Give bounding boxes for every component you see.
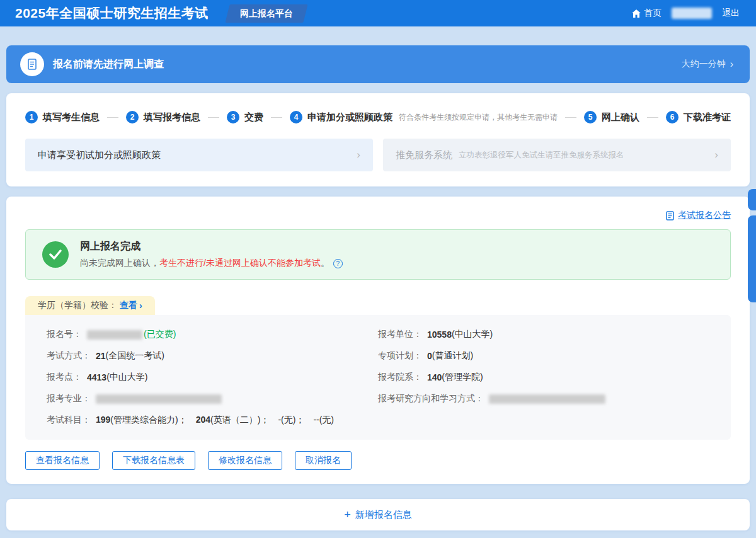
step-2-label: 填写报考信息: [144, 112, 200, 123]
tuimian-title: 推免服务系统: [396, 149, 452, 161]
field-value-name: (普通计划): [432, 350, 473, 362]
chevron-right-icon: ›: [730, 59, 733, 69]
app-title: 2025年全国硕士研究生招生考试: [15, 4, 209, 22]
field-value-code: 10558: [427, 329, 452, 340]
field-value-code: 0: [427, 351, 432, 361]
quick-panels: 申请享受初试加分或照顾政策 › 推免服务系统 立功表彰退役军人免试生请至推免服务…: [25, 139, 731, 171]
success-check-icon: [42, 241, 69, 268]
help-icon[interactable]: ?: [333, 259, 343, 268]
bonus-policy-panel[interactable]: 申请享受初试加分或照顾政策 ›: [25, 139, 373, 171]
field-label: 考试方式：: [47, 350, 91, 362]
field-value-code: 140: [427, 372, 442, 382]
step-3-label: 交费: [244, 112, 263, 123]
subject-2: 204(英语（二）)；: [196, 415, 270, 426]
announcement-row: 考试报名公告: [25, 209, 731, 222]
step-6-label: 下载准考证: [684, 112, 731, 123]
modify-registration-button[interactable]: 修改报名信息: [208, 451, 282, 470]
view-registration-button[interactable]: 查看报名信息: [25, 451, 100, 470]
tuimian-service-panel[interactable]: 推免服务系统 立功表彰退役军人免试生请至推免服务系统报名 ›: [383, 139, 731, 171]
download-registration-form-button[interactable]: 下载报名信息表: [112, 451, 195, 470]
step-2-number: 2: [126, 111, 139, 123]
status-title: 网上报名完成: [80, 240, 343, 253]
registration-info-panel: 报名号： (已交费) 考试方式： 21 (全国统一考试) 报考点： 4413 (…: [25, 315, 731, 440]
step-3-payment: 3 交费: [227, 111, 263, 123]
add-registration-link[interactable]: + 新增报名信息: [344, 509, 412, 521]
field-target-university: 报考单位： 10558 (中山大学): [378, 324, 709, 345]
step-connector: [107, 117, 118, 118]
survey-duration-link[interactable]: 大约一分钟 ›: [682, 59, 733, 70]
field-value-name: (管理学院): [442, 372, 483, 383]
status-warning: 考生不进行/未通过网上确认不能参加考试: [159, 258, 321, 269]
xueli-verify-tab: 学历（学籍）校验： 查看 ›: [25, 296, 155, 315]
step-1-number: 1: [25, 111, 38, 123]
document-icon: [666, 211, 674, 220]
subject-1: 199(管理类综合能力)；: [96, 415, 187, 426]
status-banner: 网上报名完成 尚未完成网上确认， 考生不进行/未通过网上确认不能参加考试 。 ?: [25, 229, 731, 280]
side-float-tab-top[interactable]: [748, 189, 756, 210]
xueli-view-link[interactable]: 查看: [120, 300, 137, 311]
tuimian-note: 立功表彰退役军人免试生请至推免服务系统报名: [459, 150, 624, 161]
page: 2025年全国硕士研究生招生考试 网上报名平台 首页 退出 报名前请先进行网上调…: [0, 0, 756, 530]
field-registration-number: 报名号： (已交费): [47, 324, 378, 345]
field-label: 报考专业：: [47, 393, 91, 404]
status-text: 尚未完成网上确认，: [80, 258, 159, 269]
subject-4: --(无): [313, 415, 334, 426]
username-redacted: [672, 8, 712, 19]
survey-scroll-icon: [20, 52, 44, 76]
field-exam-subjects: 考试科目： 199(管理类综合能力)； 204(英语（二）)； -(无)； --…: [47, 409, 378, 431]
logout-link[interactable]: 退出: [722, 8, 740, 19]
steps-card: 1 填写考生信息 2 填写报考信息 3 交费 4 申请加分或照顾政策 符合条件考…: [6, 93, 750, 186]
action-buttons: 查看报名信息 下载报名信息表 修改报名信息 取消报名: [25, 451, 731, 470]
add-registration-label: 新增报名信息: [355, 509, 412, 521]
step-4-bonus-policy: 4 申请加分或照顾政策 符合条件考生须按规定申请，其他考生无需申请: [290, 111, 558, 123]
field-label: 报考院系：: [378, 372, 422, 383]
registration-card: 考试报名公告 网上报名完成 尚未完成网上确认， 考生不进行/未通过网上确认不能参…: [6, 197, 750, 484]
step-6-number: 6: [666, 111, 679, 123]
home-label: 首页: [644, 8, 662, 19]
redacted-research-direction: [489, 394, 605, 404]
paid-badge: (已交费): [144, 329, 176, 340]
step-3-number: 3: [227, 111, 239, 123]
plus-icon: +: [344, 509, 351, 520]
step-connector: [208, 117, 219, 118]
field-label: 报考研究方向和学习方式：: [378, 393, 484, 404]
step-1-label: 填写考生信息: [43, 112, 100, 123]
platform-badge-label: 网上报名平台: [240, 8, 293, 20]
field-label: 报考点：: [47, 372, 82, 383]
stepper: 1 填写考生信息 2 填写报考信息 3 交费 4 申请加分或照顾政策 符合条件考…: [25, 111, 731, 123]
platform-badge: 网上报名平台: [225, 4, 307, 23]
cancel-registration-button[interactable]: 取消报名: [295, 451, 352, 470]
step-6-download-ticket: 6 下载准考证: [666, 111, 731, 123]
survey-banner[interactable]: 报名前请先进行网上调查 大约一分钟 ›: [6, 45, 750, 83]
subject-3: -(无)；: [278, 415, 304, 426]
field-value-name: (全国统一考试): [106, 350, 164, 362]
chevron-right-icon: ›: [357, 149, 360, 161]
step-4-label: 申请加分或照顾政策: [307, 112, 392, 123]
field-research-direction: 报考研究方向和学习方式：: [378, 388, 709, 409]
redacted-major: [96, 394, 222, 404]
app-header: 2025年全国硕士研究生招生考试 网上报名平台 首页 退出: [0, 0, 756, 26]
step-connector: [565, 117, 576, 118]
step-4-number: 4: [290, 111, 302, 123]
step-5-online-confirm: 5 网上确认: [584, 111, 639, 123]
step-2-fill-application-info: 2 填写报考信息: [126, 111, 200, 123]
field-value-name: (中山大学): [452, 329, 493, 340]
field-label: 考试科目：: [47, 415, 91, 426]
xueli-label: 学历（学籍）校验：: [38, 300, 117, 311]
survey-title: 报名前请先进行网上调查: [53, 58, 164, 71]
home-link[interactable]: 首页: [632, 8, 662, 19]
chevron-right-icon: ›: [139, 300, 142, 311]
exam-announcement-link[interactable]: 考试报名公告: [666, 209, 731, 222]
field-major: 报考专业：: [47, 388, 378, 409]
home-icon: [632, 9, 641, 18]
chevron-right-icon: ›: [714, 149, 718, 161]
exam-announcement-label: 考试报名公告: [678, 210, 731, 221]
field-department: 报考院系： 140 (管理学院): [378, 367, 709, 388]
field-exam-site: 报考点： 4413 (中山大学): [47, 367, 378, 388]
side-float-tab-bottom[interactable]: [748, 215, 756, 302]
field-label: 报考单位：: [378, 329, 422, 340]
info-right-column: 报考单位： 10558 (中山大学) 专项计划： 0 (普通计划) 报考院系： …: [378, 324, 709, 431]
step-connector: [647, 117, 658, 118]
info-left-column: 报名号： (已交费) 考试方式： 21 (全国统一考试) 报考点： 4413 (…: [47, 324, 378, 431]
bonus-policy-label: 申请享受初试加分或照顾政策: [38, 149, 161, 161]
